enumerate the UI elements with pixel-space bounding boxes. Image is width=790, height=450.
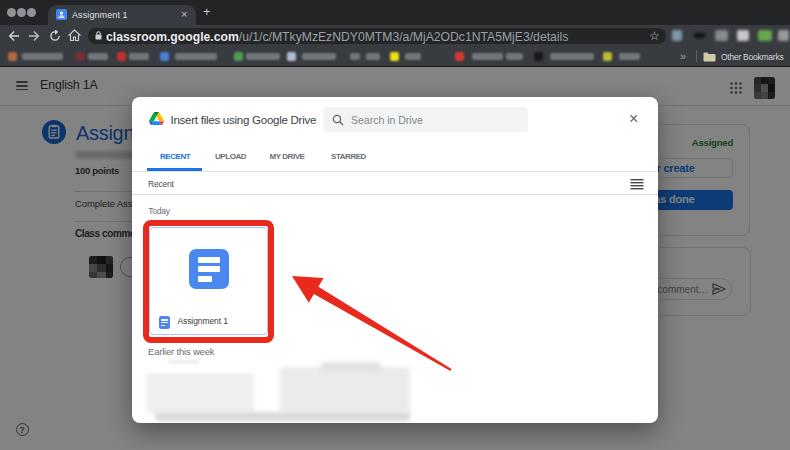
bookmark-item[interactable] [302, 53, 336, 60]
tab-title: Assignment 1 [72, 10, 128, 20]
extension-icon[interactable] [737, 30, 749, 41]
divider [132, 171, 658, 172]
folder-icon [703, 52, 716, 62]
dialog-title: Insert files using Google Drive [171, 114, 317, 126]
tab-close-icon[interactable]: × [181, 8, 187, 20]
bookmark-item[interactable] [175, 53, 217, 60]
bookmark-item[interactable] [405, 53, 421, 60]
forward-icon[interactable] [28, 30, 40, 42]
bookmark-favicon[interactable] [534, 52, 543, 61]
google-drive-icon [149, 112, 164, 126]
window-close-button[interactable] [7, 8, 16, 17]
redacted-thumbnail [146, 373, 255, 413]
bookmark-item[interactable] [246, 53, 280, 60]
group-label-today: Today [148, 206, 170, 216]
dialog-tab-recent[interactable]: RECENT [160, 152, 190, 161]
screenshot: Assignment 1 × + classroom.google.com/u/… [0, 0, 790, 450]
close-icon[interactable]: × [629, 110, 638, 127]
bookmark-item[interactable] [350, 53, 360, 60]
extension-icon[interactable] [778, 30, 789, 41]
drive-search-box[interactable]: Search in Drive [323, 107, 528, 132]
bookmark-favicon[interactable] [117, 52, 126, 61]
list-view-icon[interactable] [630, 178, 644, 190]
bookmark-item[interactable] [550, 53, 594, 60]
bookmark-item[interactable] [472, 53, 503, 60]
bookmark-star-icon[interactable]: ☆ [649, 29, 660, 43]
address-bar[interactable]: classroom.google.com/u/1/c/MTkyMzEzNDY0M… [88, 28, 666, 45]
url-path: /u/1/c/MTkyMzEzNDY0MTM3/a/MjA2ODc1NTA5Mj… [239, 30, 569, 44]
bookmarks-separator [696, 50, 697, 62]
bookmark-item[interactable] [88, 53, 108, 60]
home-icon[interactable] [68, 29, 81, 42]
bookmark-favicon[interactable] [455, 52, 464, 61]
bookmark-favicon[interactable] [8, 52, 17, 61]
url-domain: classroom.google.com [106, 30, 239, 44]
redacted-thumbnail [155, 412, 410, 421]
dialog-tab-upload[interactable]: UPLOAD [215, 152, 246, 161]
bookmark-item[interactable] [506, 53, 523, 60]
search-icon [332, 114, 344, 126]
dialog-tab-my-drive[interactable]: MY DRIVE [270, 152, 305, 161]
search-placeholder: Search in Drive [351, 114, 423, 126]
bookmark-favicon[interactable] [603, 52, 612, 61]
extension-icon[interactable] [672, 30, 682, 41]
redacted-thumbnail [280, 367, 410, 413]
section-label: Recent [148, 179, 174, 189]
bookmark-item[interactable] [366, 53, 380, 60]
bookmarks-overflow-icon[interactable]: » [680, 50, 686, 62]
redacted-thumbnail [168, 360, 199, 364]
bookmark-favicon[interactable] [76, 52, 85, 61]
browser-toolbar: classroom.google.com/u/1/c/MTkyMzEzNDY0M… [0, 25, 790, 46]
bookmark-favicon[interactable] [287, 52, 296, 61]
lock-icon [95, 31, 102, 40]
divider [132, 194, 658, 195]
bookmark-favicon[interactable] [160, 52, 169, 61]
extension-icon[interactable] [694, 33, 705, 38]
redacted-thumbnail [321, 362, 381, 373]
bookmark-favicon[interactable] [390, 52, 399, 61]
new-tab-button[interactable]: + [203, 4, 211, 19]
window-zoom-button[interactable] [27, 8, 36, 17]
dialog-tab-starred[interactable]: STARRED [331, 152, 366, 161]
other-bookmarks-label[interactable]: Other Bookmarks [721, 52, 783, 62]
bookmark-favicon[interactable] [234, 52, 243, 61]
annotation-highlight-box [143, 220, 274, 343]
extension-icon[interactable] [758, 30, 772, 41]
browser-tab[interactable]: Assignment 1 × [48, 5, 196, 25]
bookmark-item[interactable] [619, 53, 640, 60]
classroom-favicon-icon [56, 9, 67, 20]
bookmark-item[interactable] [129, 53, 149, 60]
browser-tab-strip: Assignment 1 × + [0, 0, 790, 25]
extension-icon[interactable] [715, 30, 728, 41]
group-label-earlier: Earlier this week [148, 346, 214, 357]
back-icon[interactable] [8, 30, 20, 42]
window-minimize-button[interactable] [17, 8, 26, 17]
bookmark-item[interactable] [22, 53, 63, 60]
url-text: classroom.google.com/u/1/c/MTkyMzEzNDY0M… [106, 30, 568, 44]
bookmarks-bar: » Other Bookmarks [0, 46, 790, 67]
reload-icon[interactable] [49, 30, 61, 42]
